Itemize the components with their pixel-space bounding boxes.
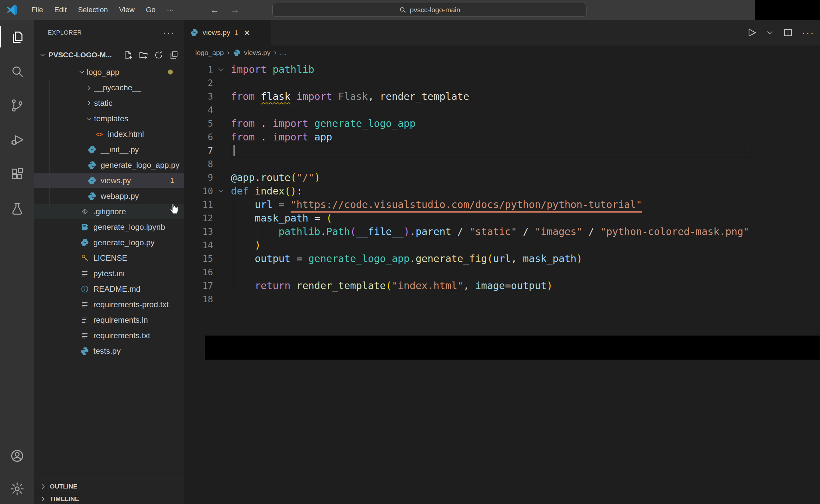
code-editor[interactable]: 1import pathlib23from flask import Flask…	[184, 60, 820, 504]
run-dropdown-button[interactable]	[766, 28, 774, 37]
code-token: =	[272, 199, 290, 210]
tree-item-templates[interactable]: templates	[34, 111, 184, 126]
nav-forward-button[interactable]: →	[230, 5, 240, 15]
activitybar-extensions-button[interactable]	[0, 157, 34, 191]
code-token: render_template	[296, 280, 386, 291]
outline-section-header[interactable]: OUTLINE	[34, 479, 184, 494]
tree-item--init-.py[interactable]: __init__.py	[34, 142, 184, 157]
breadcrumb-symbol[interactable]: …	[280, 49, 287, 57]
code-line-11[interactable]: 11 url = "https://code.visualstudio.com/…	[184, 198, 820, 211]
menu-file[interactable]: File	[26, 0, 48, 20]
tree-item-views.py[interactable]: views.py1	[34, 173, 184, 188]
code-token: ()	[285, 185, 296, 197]
new-folder-button[interactable]	[138, 50, 148, 60]
menu-selection[interactable]: Selection	[72, 0, 113, 20]
code-line-5[interactable]: 5from . import generate_logo_app	[184, 117, 820, 130]
tree-item-logo-app[interactable]: logo_app	[34, 64, 184, 80]
code-line-2[interactable]: 2	[184, 76, 820, 90]
run-button[interactable]	[746, 27, 757, 38]
code-line-16[interactable]: 16	[184, 265, 820, 279]
code-line-7[interactable]: 7	[184, 144, 820, 157]
code-line-18[interactable]: 18	[184, 292, 820, 306]
code-token: def	[231, 185, 249, 197]
code-token	[255, 91, 260, 102]
tree-item-label: .gitignore	[93, 207, 126, 216]
code-token: from	[231, 91, 255, 102]
activitybar-testing-button[interactable]	[0, 191, 34, 225]
code-token: .	[410, 226, 416, 237]
tree-item-requirements-prod.txt[interactable]: requirements-prod.txt	[34, 297, 184, 312]
activitybar-search-button[interactable]	[0, 54, 34, 88]
tree-item-generate-logo.ipynb[interactable]: generate_logo.ipynb	[34, 219, 184, 235]
tree-item-label: index.html	[108, 130, 144, 139]
code-token: import	[272, 118, 308, 129]
code-line-1[interactable]: 1import pathlib	[184, 63, 820, 76]
code-token: app	[314, 131, 332, 143]
tree-item-requirements.in[interactable]: requirements.in	[34, 312, 184, 328]
tree-item-generate-logo-app.py[interactable]: generate_logo_app.py	[34, 157, 184, 173]
line-number: 1	[184, 64, 213, 74]
command-center-search[interactable]: pvscc-logo-main	[272, 3, 587, 17]
fold-chevron-icon[interactable]	[213, 65, 229, 74]
tree-item-requirements.txt[interactable]: requirements.txt	[34, 328, 184, 343]
chevron-right-icon: ›	[274, 48, 276, 57]
tree-item--pycache-[interactable]: __pycache__	[34, 80, 184, 95]
menu-go[interactable]: Go	[140, 0, 161, 20]
tree-item-static[interactable]: static	[34, 95, 184, 111]
breadcrumb-file[interactable]: views.py	[244, 49, 271, 57]
close-icon[interactable]: ×	[244, 28, 250, 38]
source-control-icon	[10, 98, 24, 113]
tree-item-webapp.py[interactable]: webapp.py	[34, 188, 184, 204]
code-token: ,	[511, 253, 523, 264]
activitybar-explorer-button[interactable]	[0, 20, 34, 54]
project-root-folder[interactable]: PVSCC-LOGO-M...	[34, 45, 184, 64]
tree-item-label: logo_app	[87, 68, 119, 77]
line-number: 14	[184, 240, 213, 250]
code-token: .	[255, 131, 272, 143]
tree-item-license[interactable]: LICENSE	[34, 250, 184, 266]
code-token: pathlib	[279, 226, 320, 237]
tree-item-index.html[interactable]: <>index.html	[34, 126, 184, 142]
collapse-all-button[interactable]	[169, 50, 179, 60]
code-line-8[interactable]: 8	[184, 157, 820, 171]
tree-item-generate-logo.py[interactable]: generate_logo.py	[34, 235, 184, 250]
code-line-17[interactable]: 17 return render_template("index.html", …	[184, 279, 820, 292]
code-line-6[interactable]: 6from . import app	[184, 130, 820, 144]
code-token: (	[290, 172, 296, 183]
code-line-12[interactable]: 12 mask_path = (	[184, 211, 820, 225]
activitybar-account-button[interactable]	[0, 439, 34, 472]
tree-item-label: __pycache__	[94, 83, 141, 92]
more-menus-button[interactable]: ···	[161, 0, 180, 20]
files-icon	[10, 30, 24, 44]
nav-back-button[interactable]: ←	[210, 5, 219, 15]
activitybar-run-debug-button[interactable]	[0, 123, 34, 157]
code-line-13[interactable]: 13 pathlib.Path(__file__).parent / "stat…	[184, 225, 820, 238]
activitybar-settings-button[interactable]	[0, 472, 34, 504]
more-actions-button[interactable]: ···	[802, 27, 815, 38]
code-line-14[interactable]: 14 )	[184, 238, 820, 252]
code-text: from . import app	[229, 131, 332, 143]
explorer-more-actions-button[interactable]: ···	[163, 28, 175, 38]
activitybar-source-control-button[interactable]	[0, 88, 34, 123]
code-line-10[interactable]: 10def index():	[184, 184, 820, 198]
split-editor-button[interactable]	[783, 27, 793, 38]
code-token: output	[511, 280, 547, 291]
code-token: flask	[260, 91, 290, 102]
code-line-3[interactable]: 3from flask import Flask, render_templat…	[184, 90, 820, 103]
tree-item-.gitignore[interactable]: .gitignore	[34, 204, 184, 219]
menu-view[interactable]: View	[113, 0, 140, 20]
menu-edit[interactable]: Edit	[48, 0, 72, 20]
timeline-section-header[interactable]: TIMELINE	[34, 494, 184, 504]
tab-views-py[interactable]: views.py 1 ×	[184, 20, 271, 45]
fold-chevron-icon[interactable]	[213, 187, 229, 195]
code-line-15[interactable]: 15 output = generate_logo_app.generate_f…	[184, 252, 820, 265]
refresh-button[interactable]	[154, 50, 164, 60]
code-line-4[interactable]: 4	[184, 103, 820, 117]
tree-item-pytest.ini[interactable]: pytest.ini	[34, 266, 184, 281]
code-line-9[interactable]: 9@app.route("/")	[184, 171, 820, 184]
tree-item-readme.md[interactable]: README.md	[34, 281, 184, 297]
tree-item-label: LICENSE	[93, 253, 127, 263]
breadcrumb-folder[interactable]: logo_app	[195, 49, 224, 57]
tree-item-tests.py[interactable]: tests.py	[34, 343, 184, 359]
new-file-button[interactable]	[123, 50, 133, 60]
